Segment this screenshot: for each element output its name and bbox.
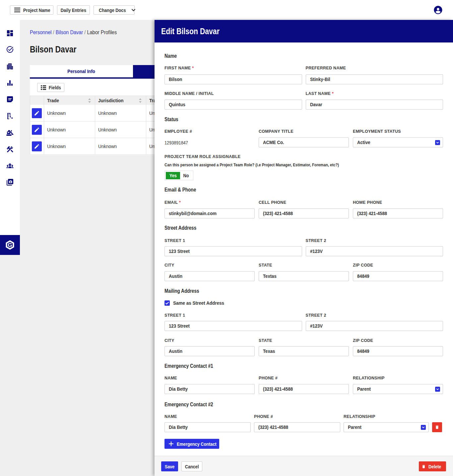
svg-text:G: G [8,242,12,248]
